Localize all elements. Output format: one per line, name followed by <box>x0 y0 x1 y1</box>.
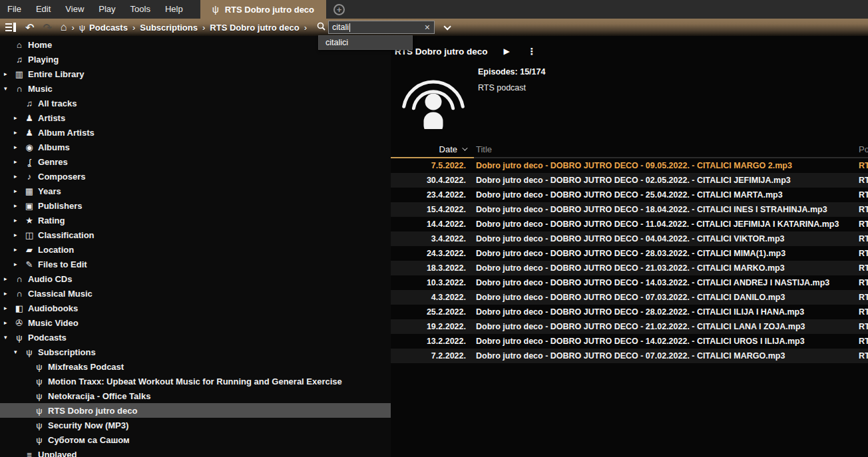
tree-expander-icon[interactable]: ▾ <box>4 85 13 92</box>
menu-play[interactable]: Play <box>91 0 122 19</box>
episode-row[interactable]: 3.4.2022. Dobro jutro deco - DOBRO JUTRO… <box>391 231 868 246</box>
menu-view[interactable]: View <box>58 0 91 19</box>
episode-title: Dobro jutro deco - DOBRO JUTRO DECO - 28… <box>474 246 859 261</box>
episode-date: 19.2.2022. <box>391 319 474 334</box>
tree-expander-icon[interactable]: ▸ <box>14 261 23 267</box>
sidebar-item-audiobooks[interactable]: ▸ ◧ Audiobooks <box>0 301 391 315</box>
tree-expander-icon[interactable]: ▾ <box>4 334 13 341</box>
sidebar-item-суботом-са-сашом[interactable]: ψ Суботом са Сашом <box>0 432 391 447</box>
sidebar-item-subscriptions[interactable]: ▾ ψ Subscriptions <box>0 345 391 359</box>
back-icon[interactable]: ↶ <box>25 21 34 34</box>
tree-expander-icon[interactable]: ▸ <box>14 129 23 136</box>
podcast-icon: ψ <box>33 377 45 386</box>
sidebar-item-publishers[interactable]: ▸ ▣ Publishers <box>0 198 391 213</box>
sidebar-item-classical-music[interactable]: ▸ ∩ Classical Music <box>0 286 391 301</box>
new-tab-button[interactable]: + <box>333 4 345 15</box>
playlist-icon: ♫ <box>13 55 25 65</box>
column-header-date[interactable]: Date <box>391 141 474 158</box>
sidebar-item-playing[interactable]: ♫ Playing <box>0 52 391 67</box>
episode-row[interactable]: 14.4.2022. Dobro jutro deco - DOBRO JUTR… <box>391 217 868 231</box>
forward-icon[interactable]: ↷ <box>43 21 51 34</box>
sidebar-item-classification[interactable]: ▸ ◫ Classification <box>0 228 391 242</box>
menu-bar: File Edit View Play Tools Help ψ RTS Dob… <box>0 0 868 19</box>
sidebar-item-label: Music <box>28 84 53 94</box>
sidebar-item-location[interactable]: ▸ ▰ Location <box>0 242 391 257</box>
episode-row[interactable]: 23.4.2022. Dobro jutro deco - DOBRO JUTR… <box>391 188 868 202</box>
tree-expander-icon[interactable]: ▸ <box>4 290 13 297</box>
sidebar-item-music-video[interactable]: ▸ ✇ Music Video <box>0 315 391 330</box>
episode-row[interactable]: 7.2.2022. Dobro jutro deco - DOBRO JUTRO… <box>391 349 868 363</box>
breadcrumb-subscriptions[interactable]: Subscriptions <box>140 23 198 33</box>
play-icon[interactable]: ▶ <box>504 47 510 56</box>
home-icon[interactable]: ⌂ <box>61 21 67 33</box>
episode-row[interactable]: 7.5.2022. Dobro jutro deco - DOBRO JUTRO… <box>391 158 868 173</box>
sidebar-item-years[interactable]: ▸ ▦ Years <box>0 184 391 198</box>
tree-expander-icon[interactable]: ▸ <box>14 158 23 165</box>
breadcrumb-current-podcast[interactable]: RTS Dobro jutro deco <box>210 23 299 33</box>
episode-row[interactable]: 15.4.2022. Dobro jutro deco - DOBRO JUTR… <box>391 202 868 217</box>
sidebar-item-unplayed[interactable]: ≡ Unplayed <box>0 447 391 457</box>
sidebar-item-album-artists[interactable]: ▸ ♟ Album Artists <box>0 125 391 140</box>
sidebar-item-artists[interactable]: ▸ ♟ Artists <box>0 110 391 125</box>
breadcrumb-podcasts[interactable]: Podcasts <box>89 23 128 33</box>
artist-icon: ♟ <box>23 113 35 123</box>
tree-expander-icon[interactable]: ▸ <box>14 217 23 224</box>
tree-expander-icon[interactable]: ▾ <box>14 349 23 355</box>
sidebar-item-files-to-edit[interactable]: ▸ ✎ Files to Edit <box>0 257 391 271</box>
search-input[interactable]: citali × <box>328 21 435 34</box>
playlist-icon: ♫ <box>23 98 35 108</box>
media-tree-sidebar: ⌂ Home ♫ Playing ▸ ▥ Entire Library ▾ ∩ … <box>0 36 391 457</box>
sidebar-item-genres[interactable]: ▸ ʆ Genres <box>0 154 391 169</box>
sidebar-item-motion-traxx-upbeat-workout-music-for-running-and-general-exercise[interactable]: ψ Motion Traxx: Upbeat Workout Music for… <box>0 374 391 388</box>
tree-expander-icon[interactable]: ▸ <box>4 319 13 326</box>
tree-expander-icon[interactable]: ▸ <box>14 114 23 121</box>
sidebar-item-all-tracks[interactable]: ♫ All tracks <box>0 96 391 110</box>
podcast-icon: ψ <box>212 4 219 15</box>
tree-expander-icon[interactable]: ▸ <box>14 231 23 238</box>
tree-expander-icon[interactable]: ▸ <box>4 305 13 311</box>
tree-expander-icon[interactable]: ▸ <box>4 275 13 282</box>
menu-tools[interactable]: Tools <box>123 0 158 19</box>
sidebar-item-audio-cds[interactable]: ▸ ∩ Audio CDs <box>0 271 391 286</box>
episode-row[interactable]: 30.4.2022. Dobro jutro deco - DOBRO JUTR… <box>391 173 868 188</box>
tree-expander-icon[interactable]: ▸ <box>14 246 23 253</box>
menu-help[interactable]: Help <box>158 0 190 19</box>
sidebar-item-podcasts[interactable]: ▾ ψ Podcasts <box>0 330 391 345</box>
episode-title: Dobro jutro deco - DOBRO JUTRO DECO - 09… <box>474 158 859 173</box>
tab-rts-dobro-jutro-deco[interactable]: ψ RTS Dobro jutro deco <box>200 0 326 19</box>
column-header-podcast[interactable]: Podcast <box>859 141 868 158</box>
sidebar-item-security-now-mp3-[interactable]: ψ Security Now (MP3) <box>0 418 391 432</box>
sidebar-item-mixfreaks-podcast[interactable]: ψ Mixfreaks Podcast <box>0 359 391 374</box>
sidebar-item-label: Classification <box>38 230 95 240</box>
episode-row[interactable]: 10.3.2022. Dobro jutro deco - DOBRO JUTR… <box>391 275 868 290</box>
tree-expander-icon[interactable]: ▸ <box>14 173 23 180</box>
breadcrumb-separator: › <box>304 23 307 33</box>
tree-expander-icon[interactable]: ▸ <box>14 202 23 209</box>
headphones-icon: ∩ <box>13 289 25 299</box>
menu-edit[interactable]: Edit <box>29 0 58 19</box>
sidebar-item-rating[interactable]: ▸ ★ Rating <box>0 213 391 228</box>
clear-search-icon[interactable]: × <box>425 23 430 32</box>
sidebar-item-composers[interactable]: ▸ ♪ Composers <box>0 169 391 184</box>
menu-file[interactable]: File <box>0 0 29 19</box>
column-header-title[interactable]: Title <box>474 141 859 158</box>
sidebar-item-entire-library[interactable]: ▸ ▥ Entire Library <box>0 67 391 81</box>
sidebar-item-albums[interactable]: ▸ ◉ Albums <box>0 140 391 154</box>
headphones-icon: ∩ <box>13 84 25 94</box>
sidebar-item-music[interactable]: ▾ ∩ Music <box>0 81 391 96</box>
sidebar-item-rts-dobro-jutro-deco[interactable]: ψ RTS Dobro jutro deco <box>0 403 391 418</box>
episode-row[interactable]: 18.3.2022. Dobro jutro deco - DOBRO JUTR… <box>391 261 868 275</box>
episode-row[interactable]: 13.2.2022. Dobro jutro deco - DOBRO JUTR… <box>391 334 868 349</box>
search-options-chevron-down-icon[interactable] <box>443 23 449 33</box>
episode-row[interactable]: 25.2.2022. Dobro jutro deco - DOBRO JUTR… <box>391 305 868 319</box>
tree-expander-icon[interactable]: ▸ <box>4 71 13 77</box>
tree-expander-icon[interactable]: ▸ <box>14 144 23 150</box>
episode-row[interactable]: 19.2.2022. Dobro jutro deco - DOBRO JUTR… <box>391 319 868 334</box>
toggle-panels-icon[interactable] <box>5 23 17 32</box>
episode-row[interactable]: 4.3.2022. Dobro jutro deco - DOBRO JUTRO… <box>391 290 868 305</box>
sidebar-item-netokracija-office-talks[interactable]: ψ Netokracija - Office Talks <box>0 388 391 403</box>
tree-expander-icon[interactable]: ▸ <box>14 188 23 194</box>
more-options-kebab-icon[interactable]: ⋮ <box>527 46 537 57</box>
episode-row[interactable]: 24.3.2022. Dobro jutro deco - DOBRO JUTR… <box>391 246 868 261</box>
search-suggestion-item[interactable]: citalici <box>319 36 412 49</box>
